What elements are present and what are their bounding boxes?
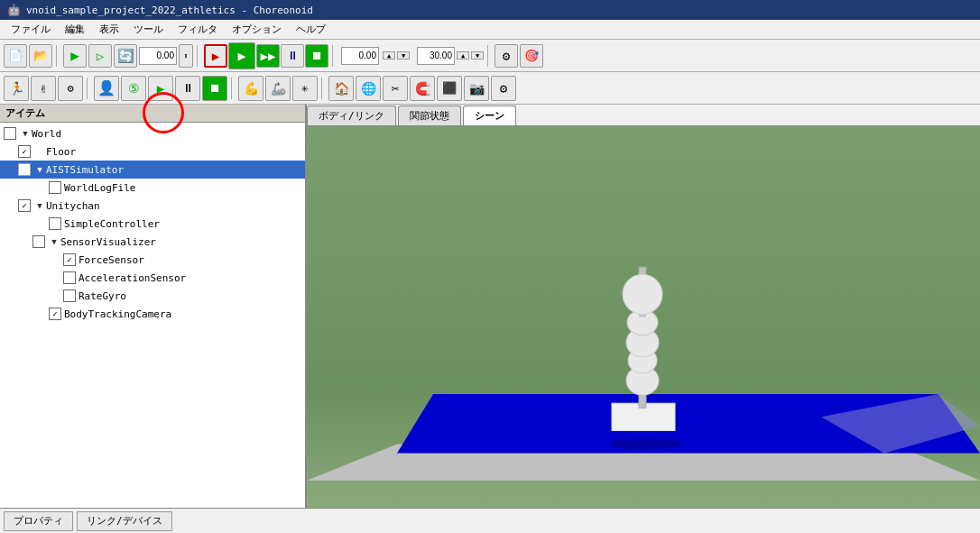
bottom-bar: プロパティ リンク/デバイス xyxy=(0,508,980,533)
tb2-btn13[interactable]: 🌐 xyxy=(356,76,381,101)
max-down-btn[interactable]: ▼ xyxy=(471,51,484,60)
play-step-button[interactable]: ▷ xyxy=(88,44,112,68)
tab-bar: ボディ/リンク 関節状態 シーン xyxy=(307,105,980,126)
camera-checkbox[interactable] xyxy=(49,308,61,320)
title-bar-icon: 🤖 xyxy=(7,4,21,16)
menu-help[interactable]: ヘルプ xyxy=(289,21,333,38)
step-spinner[interactable]: ⬆ xyxy=(179,44,193,68)
menu-bar: ファイル 編集 表示 ツール フィルタ オプション ヘルプ xyxy=(0,20,980,40)
sep6 xyxy=(231,78,235,99)
worldlog-checkbox[interactable] xyxy=(49,181,61,194)
tree-item-forcesensor[interactable]: ForceSensor xyxy=(0,251,305,269)
tb2-btn16[interactable]: ⬛ xyxy=(437,76,462,101)
menu-tools[interactable]: ツール xyxy=(126,21,171,38)
tree-item-simplecontroller[interactable]: SimpleController xyxy=(0,215,305,233)
time-input-label xyxy=(339,47,381,65)
tb2-btn9[interactable]: 💪 xyxy=(238,76,263,101)
tb2-btn17[interactable]: 📷 xyxy=(464,76,489,101)
tree-area: ▼ World Floor ▼ AISTSimulator WorldLogFi… xyxy=(0,123,305,508)
sim-stop-green-button[interactable]: ▶▶ xyxy=(256,44,280,68)
max-up-btn[interactable]: ▲ xyxy=(457,51,469,60)
tb2-btn14[interactable]: ✂ xyxy=(383,76,408,101)
link-device-button[interactable]: リンク/デバイス xyxy=(77,511,172,531)
properties-button[interactable]: プロパティ xyxy=(4,511,73,531)
menu-edit[interactable]: 編集 xyxy=(58,21,92,38)
title-bar-text: vnoid_sample_project_2022_athletics - Ch… xyxy=(26,5,313,16)
time-up-btn[interactable]: ▲ xyxy=(383,51,395,60)
current-time-input[interactable] xyxy=(341,47,379,65)
left-panel: アイテム ▼ World Floor ▼ AISTSimulator xyxy=(0,105,307,508)
step-time-input[interactable] xyxy=(139,47,177,65)
gyro-checkbox[interactable] xyxy=(63,289,76,302)
sim-stop-button[interactable]: ⏹ xyxy=(305,44,328,68)
tb2-btn10[interactable]: 🦾 xyxy=(265,76,291,101)
tree-item-worldlogfile[interactable]: WorldLogFile xyxy=(0,179,305,197)
toolbar-2: 🏃 ✌ ⚙ 👤 ⑤ ▶ ⏸ ⏹ 💪 🦾 ✳ 🏠 🌐 ✂ 🧲 ⬛ 📷 ⚙ xyxy=(0,72,980,105)
accel-checkbox[interactable] xyxy=(63,271,76,284)
sep4 xyxy=(487,45,491,67)
viewport[interactable] xyxy=(307,126,980,508)
tb2-btn3[interactable]: ⚙ xyxy=(58,76,83,101)
time-down-btn[interactable]: ▼ xyxy=(397,51,410,60)
force-checkbox[interactable] xyxy=(63,253,76,266)
tb2-btn11[interactable]: ✳ xyxy=(292,76,318,101)
tree-item-accelerationsensor[interactable]: AccelerationSensor xyxy=(0,269,305,287)
tb2-btn2[interactable]: ✌ xyxy=(31,76,56,101)
new-button[interactable]: 📄 xyxy=(4,44,27,68)
sim-start-button[interactable]: ▶ xyxy=(204,44,227,68)
worldlog-label: WorldLogFile xyxy=(64,182,135,194)
svg-point-11 xyxy=(623,274,662,314)
tree-item-floor[interactable]: Floor xyxy=(0,142,305,161)
tree-item-rategyro[interactable]: RateGyro xyxy=(0,287,305,305)
max-time-input[interactable] xyxy=(417,47,455,65)
unitychan-checkbox[interactable] xyxy=(18,199,31,212)
aistsim-checkbox[interactable] xyxy=(18,163,31,176)
aistsim-expander[interactable]: ▼ xyxy=(33,163,46,176)
tab-body-link[interactable]: ボディ/リンク xyxy=(307,106,396,125)
panel-header: アイテム xyxy=(0,105,305,123)
unitychan-expander[interactable]: ▼ xyxy=(33,199,46,212)
menu-view[interactable]: 表示 xyxy=(92,21,126,38)
tree-item-bodytrackingcamera[interactable]: BodyTrackingCamera xyxy=(0,305,305,323)
sim-restart-button[interactable]: 🔄 xyxy=(114,44,137,68)
menu-file[interactable]: ファイル xyxy=(4,21,58,38)
tb2-btn7[interactable]: ⏸ xyxy=(175,76,200,101)
scene-tools-button[interactable]: 🎯 xyxy=(520,44,543,68)
play-button[interactable]: ▶ xyxy=(63,44,87,68)
simctrl-label: SimpleController xyxy=(64,218,160,230)
sep2 xyxy=(197,45,200,67)
simctrl-checkbox[interactable] xyxy=(49,217,61,230)
open-button[interactable]: 📂 xyxy=(29,44,52,68)
sensorvis-checkbox[interactable] xyxy=(32,235,45,248)
tree-item-unitychan[interactable]: ▼ Unitychan xyxy=(0,197,305,215)
menu-filter[interactable]: フィルタ xyxy=(171,21,225,38)
floor-checkbox[interactable] xyxy=(18,145,31,158)
tree-item-world[interactable]: ▼ World xyxy=(0,124,305,142)
tree-item-aistsimulator[interactable]: ▼ AISTSimulator xyxy=(0,161,305,179)
sensorvis-label: SensorVisualizer xyxy=(60,236,156,248)
tb2-btn8[interactable]: ⏹ xyxy=(202,76,227,101)
tab-joint-state[interactable]: 関節状態 xyxy=(398,106,461,125)
tree-item-sensorvisualizer[interactable]: ▼ SensorVisualizer xyxy=(0,233,305,251)
settings-button[interactable]: ⚙ xyxy=(495,44,518,68)
scene-svg xyxy=(307,126,980,508)
tb2-btn5[interactable]: ⑤ xyxy=(121,76,146,101)
sep5 xyxy=(87,78,90,99)
menu-options[interactable]: オプション xyxy=(225,21,289,38)
tb2-btn18[interactable]: ⚙ xyxy=(491,76,516,101)
tb2-btn6[interactable]: ▶ xyxy=(148,76,173,101)
sim-pause-button[interactable]: ⏸ xyxy=(281,44,304,68)
tab-scene[interactable]: シーン xyxy=(463,106,516,125)
sensorvis-expander[interactable]: ▼ xyxy=(48,235,60,248)
world-expander[interactable]: ▼ xyxy=(19,127,32,140)
tb2-btn4[interactable]: 👤 xyxy=(94,76,119,101)
sim-play-green-button[interactable]: ▶ xyxy=(228,42,255,69)
title-bar: 🤖 vnoid_sample_project_2022_athletics - … xyxy=(0,0,980,20)
right-panel: ボディ/リンク 関節状態 シーン xyxy=(307,105,980,508)
tb2-btn1[interactable]: 🏃 xyxy=(4,76,29,101)
tb2-btn15[interactable]: 🧲 xyxy=(410,76,435,101)
world-checkbox[interactable] xyxy=(4,127,16,140)
floor-expander xyxy=(33,145,46,158)
world-label: World xyxy=(32,128,61,140)
tb2-btn12[interactable]: 🏠 xyxy=(328,76,354,101)
